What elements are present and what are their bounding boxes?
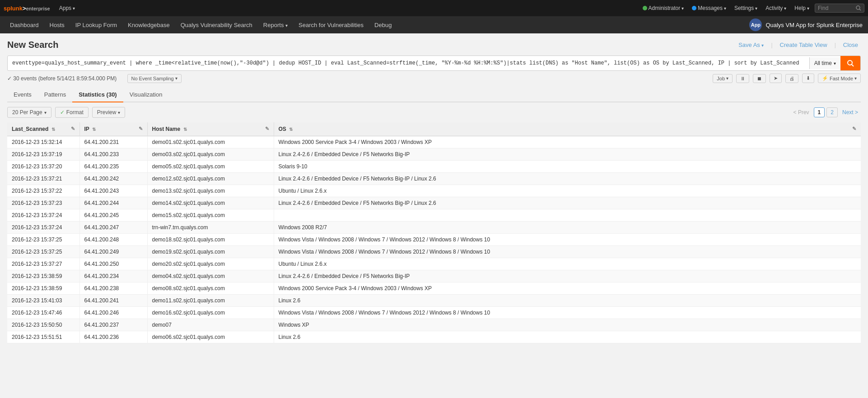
cell-last-scanned: 2016-12-23 15:37:21 xyxy=(7,173,79,185)
cell-hostname[interactable]: demo13.s02.sjc01.qualys.com xyxy=(147,185,274,197)
cell-hostname[interactable]: demo20.s02.sjc01.qualys.com xyxy=(147,258,274,270)
cell-hostname[interactable]: demo18.s02.sjc01.qualys.com xyxy=(147,234,274,246)
page-header: New Search Save As ▾ | Create Table View… xyxy=(7,40,861,50)
cell-hostname[interactable]: demo14.s02.sjc01.qualys.com xyxy=(147,197,274,209)
sort-icon-os[interactable]: ⇅ xyxy=(289,127,293,132)
cell-hostname[interactable]: demo03.s02.sjc01.qualys.com xyxy=(147,148,274,161)
next-page-button[interactable]: Next > xyxy=(840,108,861,117)
time-picker[interactable]: All time ▾ xyxy=(809,57,840,69)
cell-hostname[interactable]: demo08.s02.sjc01.qualys.com xyxy=(147,282,274,295)
cell-ip[interactable]: 64.41.200.234 xyxy=(79,270,147,282)
edit-icon-ip[interactable]: ✎ xyxy=(139,126,143,132)
pause-button[interactable]: ⏸ xyxy=(736,74,749,83)
cell-ip[interactable]: 64.41.200.250 xyxy=(79,258,147,270)
tab-patterns[interactable]: Patterns xyxy=(38,88,72,102)
table-header-row: Last_Scanned ⇅ ✎ IP ⇅ ✎ Host Name ⇅ ✎ OS… xyxy=(7,122,861,136)
cell-hostname[interactable]: demo19.s02.sjc01.qualys.com xyxy=(147,246,274,258)
cell-hostname[interactable]: trn-win7.trn.qualys.com xyxy=(147,222,274,234)
tab-statistics[interactable]: Statistics (30) xyxy=(72,88,123,102)
nav-ip-lookup[interactable]: IP Lookup Form xyxy=(71,19,121,31)
edit-icon-last-scanned[interactable]: ✎ xyxy=(71,126,75,132)
cell-hostname[interactable]: demo15.s02.sjc01.qualys.com xyxy=(147,209,274,222)
cell-hostname[interactable]: demo07 xyxy=(147,319,274,331)
cell-ip[interactable]: 64.41.200.249 xyxy=(79,246,147,258)
search-go-button[interactable] xyxy=(840,56,860,70)
stop-button[interactable]: ⏹ xyxy=(753,74,766,83)
app-navigation-bar: Dashboard Hosts IP Lookup Form Knowledge… xyxy=(0,16,868,33)
download-button[interactable]: ⬇ xyxy=(802,74,814,83)
cell-hostname[interactable]: demo06.s02.sjc01.qualys.com xyxy=(147,331,274,343)
cell-last-scanned: 2016-12-23 15:41:03 xyxy=(7,295,79,307)
tabs-row: Events Patterns Statistics (30) Visualiz… xyxy=(7,88,861,102)
sort-icon-ip[interactable]: ⇅ xyxy=(92,127,96,132)
settings-menu[interactable]: Settings ▾ xyxy=(732,3,760,13)
cell-hostname[interactable]: demo05.s02.sjc01.qualys.com xyxy=(147,161,274,173)
messages-menu[interactable]: Messages ▾ xyxy=(689,3,729,13)
nav-reports[interactable]: Reports ▾ xyxy=(259,19,292,31)
nav-search-vuln[interactable]: Search for Vulnerabilities xyxy=(294,19,368,31)
per-page-button[interactable]: 20 Per Page ▾ xyxy=(7,107,51,118)
nav-debug[interactable]: Debug xyxy=(370,19,396,31)
cell-ip[interactable]: 64.41.200.245 xyxy=(79,209,147,222)
table-row: 2016-12-23 15:37:2464.41.200.247trn-win7… xyxy=(7,222,861,234)
cell-os: Linux 2.4-2.6 / Embedded Device / F5 Net… xyxy=(274,270,861,282)
cell-hostname[interactable]: demo16.s02.sjc01.qualys.com xyxy=(147,307,274,319)
search-input[interactable] xyxy=(8,56,809,70)
prev-page-button[interactable]: < Prev xyxy=(791,108,812,117)
cell-ip[interactable]: 64.41.200.243 xyxy=(79,185,147,197)
app-logo: App xyxy=(749,19,762,31)
help-menu[interactable]: Help ▾ xyxy=(792,3,812,13)
cell-ip[interactable]: 64.41.200.246 xyxy=(79,307,147,319)
cell-ip[interactable]: 64.41.200.242 xyxy=(79,173,147,185)
sort-icon-last-scanned[interactable]: ⇅ xyxy=(51,127,55,132)
cell-last-scanned: 2016-12-23 15:37:25 xyxy=(7,234,79,246)
cell-ip[interactable]: 64.41.200.235 xyxy=(79,161,147,173)
cell-os: Windows Vista / Windows 2008 / Windows 7… xyxy=(274,246,861,258)
nav-qualys-vuln-search[interactable]: Qualys Vulnerability Search xyxy=(176,19,257,31)
header-separator: | xyxy=(771,42,772,48)
nav-hosts[interactable]: Hosts xyxy=(45,19,69,31)
cell-os: Windows 2000 Service Pack 3-4 / Windows … xyxy=(274,136,861,148)
activity-menu[interactable]: Activity ▾ xyxy=(763,3,789,13)
find-input[interactable] xyxy=(818,5,854,11)
cell-ip[interactable]: 64.41.200.244 xyxy=(79,197,147,209)
create-table-view-button[interactable]: Create Table View xyxy=(777,40,830,50)
cell-ip[interactable]: 64.41.200.241 xyxy=(79,295,147,307)
preview-button[interactable]: Preview ▾ xyxy=(92,107,126,118)
tab-events[interactable]: Events xyxy=(7,88,38,102)
cell-ip[interactable]: 64.41.200.247 xyxy=(79,222,147,234)
top-nav-right: Administrator ▾ Messages ▾ Settings ▾ Ac… xyxy=(640,3,864,13)
cell-ip[interactable]: 64.41.200.231 xyxy=(79,136,147,148)
cell-hostname[interactable]: demo01.s02.sjc01.qualys.com xyxy=(147,136,274,148)
send-button[interactable]: ➤ xyxy=(770,74,782,83)
print-button[interactable]: 🖨 xyxy=(785,74,798,83)
format-button[interactable]: ✓ Format xyxy=(55,107,89,118)
sort-icon-hostname[interactable]: ⇅ xyxy=(183,127,187,132)
cell-ip[interactable]: 64.41.200.238 xyxy=(79,282,147,295)
cell-ip[interactable]: 64.41.200.233 xyxy=(79,148,147,161)
cell-ip[interactable]: 64.41.200.248 xyxy=(79,234,147,246)
fast-mode-button[interactable]: ⚡ Fast Mode ▾ xyxy=(818,74,861,83)
nav-knowledgebase[interactable]: Knowledgebase xyxy=(123,19,174,31)
sampling-button[interactable]: No Event Sampling ▾ xyxy=(127,74,182,83)
table-controls: 20 Per Page ▾ ✓ Format Preview ▾ < Prev … xyxy=(7,107,861,118)
job-button[interactable]: Job ▾ xyxy=(713,74,733,83)
print-icon: 🖨 xyxy=(789,76,794,81)
edit-icon-hostname[interactable]: ✎ xyxy=(265,126,269,132)
cell-ip[interactable]: 64.41.200.236 xyxy=(79,331,147,343)
page-2-button[interactable]: 2 xyxy=(826,107,838,117)
cell-hostname[interactable]: demo04.s02.sjc01.qualys.com xyxy=(147,270,274,282)
tab-visualization[interactable]: Visualization xyxy=(123,88,169,102)
close-button[interactable]: Close xyxy=(840,40,861,50)
edit-icon-os[interactable]: ✎ xyxy=(852,126,856,132)
table-row: 2016-12-23 15:38:5964.41.200.234demo04.s… xyxy=(7,270,861,282)
cell-hostname[interactable]: demo11.s02.sjc01.qualys.com xyxy=(147,295,274,307)
apps-menu-button[interactable]: Apps ▾ xyxy=(56,3,79,13)
page-1-button[interactable]: 1 xyxy=(814,107,825,117)
save-as-button[interactable]: Save As ▾ xyxy=(736,40,766,50)
cell-ip[interactable]: 64.41.200.237 xyxy=(79,319,147,331)
nav-dashboard[interactable]: Dashboard xyxy=(5,19,43,31)
cell-hostname[interactable]: demo12.s02.sjc01.qualys.com xyxy=(147,173,274,185)
admin-menu[interactable]: Administrator ▾ xyxy=(640,3,687,13)
cell-os: Linux 2.4-2.6 / Embedded Device / F5 Net… xyxy=(274,173,861,185)
